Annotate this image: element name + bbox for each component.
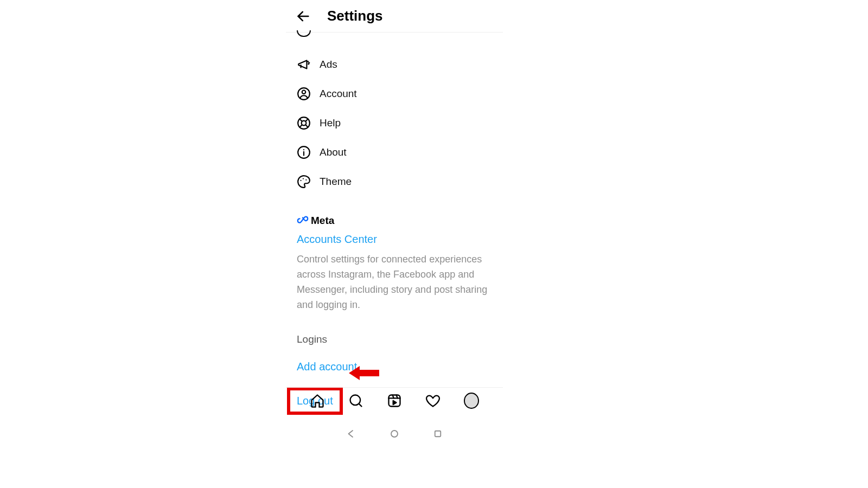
svg-marker-26 [349,366,379,380]
settings-label-account: Account [320,88,357,100]
settings-label-ads: Ads [320,59,337,70]
svg-line-11 [299,125,302,127]
svg-point-17 [305,179,307,181]
svg-point-5 [302,91,306,94]
heart-icon[interactable] [425,393,441,408]
page-title: Settings [327,8,383,24]
app-header: Settings [286,0,503,33]
meta-section: Meta Accounts Center Control settings fo… [297,215,492,313]
meta-infinity-icon [297,215,309,227]
settings-item-about[interactable]: About [297,138,492,167]
svg-line-10 [305,119,308,121]
settings-label-theme: Theme [320,176,352,188]
logins-heading: Logins [297,333,492,345]
svg-point-3 [308,63,309,64]
lifebuoy-icon [297,116,311,130]
back-arrow-icon[interactable] [296,9,311,24]
settings-item-help[interactable]: Help [297,108,492,138]
add-account-link[interactable]: Add account [297,361,492,373]
settings-screen: Settings Ads [286,0,503,445]
android-recents-icon[interactable] [432,428,443,439]
svg-point-14 [303,149,304,150]
android-back-icon[interactable] [346,428,356,439]
svg-point-24 [391,431,398,437]
profile-tab[interactable] [464,393,479,408]
info-icon [297,145,311,159]
svg-point-2 [309,62,309,63]
home-icon[interactable] [310,393,325,408]
android-nav-bar [286,428,503,439]
account-icon [297,87,311,101]
meta-brand: Meta [297,215,492,227]
palette-icon [297,175,311,189]
settings-item-account[interactable]: Account [297,79,492,108]
svg-line-8 [299,119,302,121]
svg-point-1 [308,61,308,62]
svg-rect-20 [388,395,400,407]
accounts-center-link[interactable]: Accounts Center [297,233,492,246]
svg-line-19 [359,404,362,407]
settings-label-help: Help [320,117,341,129]
svg-line-9 [305,125,308,127]
accounts-center-description: Control settings for connected experienc… [297,252,492,313]
svg-point-15 [301,180,302,181]
settings-item-ads[interactable]: Ads [297,50,492,79]
svg-rect-25 [435,431,441,437]
annotation-red-arrow-icon [349,365,379,383]
partial-item-icon [297,30,311,37]
meta-brand-text: Meta [311,215,334,227]
reels-icon[interactable] [387,393,402,408]
profile-avatar-icon [464,393,479,409]
settings-item-theme[interactable]: Theme [297,167,492,196]
settings-list: Ads Account [286,30,503,415]
svg-point-16 [303,178,304,179]
search-icon[interactable] [348,393,363,408]
bottom-nav [286,387,503,415]
settings-label-about: About [320,146,347,158]
megaphone-icon [297,57,311,72]
android-home-icon[interactable] [389,428,400,439]
